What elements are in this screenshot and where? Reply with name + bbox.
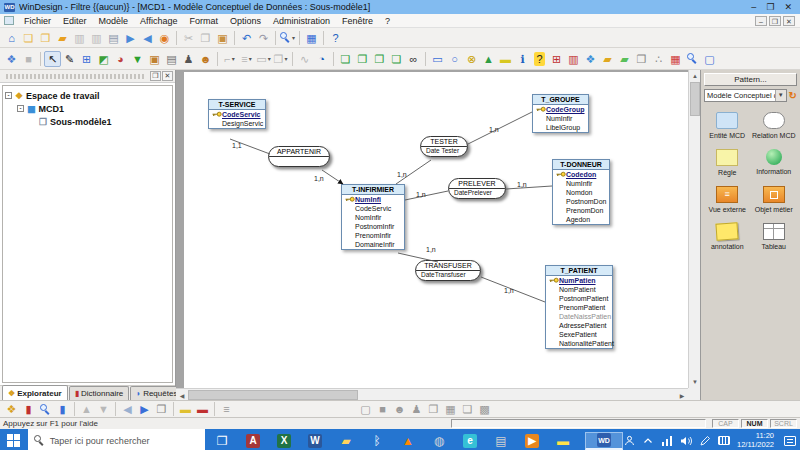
vertical-scroll-thumb[interactable] bbox=[690, 82, 700, 116]
pen-icon[interactable] bbox=[699, 435, 711, 447]
refresh-palette-icon[interactable]: ↻ bbox=[789, 90, 797, 101]
menu-item-fichier[interactable]: Fichier bbox=[18, 15, 57, 27]
reroute-icon[interactable]: ∿ bbox=[296, 51, 313, 67]
grid-icon[interactable]: ▦ bbox=[303, 30, 320, 46]
rubik-icon[interactable]: ▦ bbox=[667, 51, 684, 67]
menu-item-editer[interactable]: Editer bbox=[57, 15, 93, 27]
submodel-copy-icon[interactable]: ❐ bbox=[371, 51, 388, 67]
dictionary-pane-icon[interactable]: ▮ bbox=[20, 401, 37, 417]
label-tool-icon[interactable]: ▬ bbox=[497, 51, 514, 67]
signal-icon[interactable] bbox=[661, 435, 673, 447]
menu-item-administration[interactable]: Administration bbox=[267, 15, 336, 27]
warning-tool-icon[interactable]: ▲ bbox=[480, 51, 497, 67]
zoom-icon[interactable]: ▾ bbox=[279, 30, 296, 46]
show-label-icon[interactable]: ▬ bbox=[177, 401, 194, 417]
save-icon[interactable]: ▥ bbox=[71, 30, 88, 46]
constraint-tool-icon[interactable]: ⊗ bbox=[463, 51, 480, 67]
folder-green-icon[interactable]: ▰ bbox=[616, 51, 633, 67]
submodel-flag-icon[interactable]: ❏ bbox=[388, 51, 405, 67]
palette-icon[interactable]: ◕ bbox=[112, 51, 129, 67]
pawn-icon[interactable]: ♟ bbox=[408, 401, 425, 417]
goto-diagram-icon[interactable]: ❐ bbox=[153, 401, 170, 417]
volume-icon[interactable] bbox=[680, 435, 692, 447]
scroll-left-arrow[interactable]: ◀ bbox=[176, 389, 188, 400]
tab-dictionnaire[interactable]: ▮Dictionnaire bbox=[69, 386, 130, 400]
menu-item-fentre[interactable]: Fenêtre bbox=[336, 15, 379, 27]
context-help-icon[interactable]: ? bbox=[327, 30, 344, 46]
shapes-icon[interactable]: ◩ bbox=[95, 51, 112, 67]
info-tool-icon[interactable]: ℹ bbox=[514, 51, 531, 67]
entity-tool-icon[interactable]: ▭ bbox=[429, 51, 446, 67]
task-view-icon[interactable]: ❐ bbox=[213, 432, 231, 450]
publish-web-icon[interactable]: ◉ bbox=[156, 30, 173, 46]
submodel-add-icon[interactable]: ❐ bbox=[354, 51, 371, 67]
model-type-select[interactable]: Modèle Conceptuel de Do ▼ bbox=[704, 89, 787, 102]
align-icon[interactable]: ⌐▾ bbox=[221, 51, 238, 67]
palette-item-entit--mcd[interactable]: Entité MCD bbox=[704, 112, 751, 139]
copy-style-icon[interactable]: ❐ bbox=[425, 401, 442, 417]
mdi-document-icon[interactable] bbox=[4, 16, 14, 25]
print-icon[interactable]: ▤ bbox=[105, 30, 122, 46]
vlc-icon[interactable]: ▲ bbox=[399, 432, 417, 450]
move-up-icon[interactable]: ▲ bbox=[78, 401, 95, 417]
mdi-minimize-button[interactable]: – bbox=[755, 16, 767, 26]
diagram-canvas[interactable]: T-SERVICECodeServicDesignServicT_GROUPEC… bbox=[176, 70, 700, 400]
tree-expand-toggle[interactable]: - bbox=[5, 92, 12, 99]
texture-icon[interactable]: ▩ bbox=[476, 401, 493, 417]
clipboard-icon[interactable]: ▣ bbox=[146, 51, 163, 67]
select-cursor-icon[interactable]: ↖ bbox=[44, 51, 61, 67]
undo-icon[interactable]: ↶ bbox=[238, 30, 255, 46]
palette-item-objet-m-tier[interactable]: Objet métier bbox=[751, 186, 798, 213]
close-button[interactable]: ✕ bbox=[784, 2, 792, 12]
menu-item-modle[interactable]: Modèle bbox=[93, 15, 135, 27]
tree-expand-toggle[interactable]: - bbox=[17, 105, 24, 112]
export-icon[interactable]: ▶ bbox=[122, 30, 139, 46]
printer-icon[interactable]: ▤ bbox=[492, 432, 510, 450]
menu-item-format[interactable]: Format bbox=[183, 15, 224, 27]
mdi-restore-button[interactable]: ❐ bbox=[769, 16, 781, 26]
group-icon[interactable]: ∴ bbox=[650, 51, 667, 67]
sticky-notes-icon[interactable]: ▬ bbox=[554, 432, 572, 450]
touch-keyboard-icon[interactable] bbox=[718, 435, 730, 447]
paste-icon[interactable]: ▣ bbox=[214, 30, 231, 46]
copy-icon[interactable]: ❐ bbox=[197, 30, 214, 46]
panel-restore-button[interactable]: ❐ bbox=[150, 71, 161, 81]
explorer-pane-icon[interactable]: ❖ bbox=[3, 401, 20, 417]
windesign-icon[interactable]: WD bbox=[585, 432, 623, 450]
palette-item-relation-mcd[interactable]: Relation MCD bbox=[751, 112, 798, 139]
taskbar-search[interactable]: Taper ici pour rechercher bbox=[28, 429, 205, 450]
save-all-icon[interactable]: ▥ bbox=[88, 30, 105, 46]
relation-tester[interactable]: TESTERDate Tester bbox=[420, 136, 468, 157]
open-files-icon[interactable]: ❐ bbox=[37, 30, 54, 46]
scroll-down-arrow[interactable]: ▼ bbox=[689, 376, 700, 388]
actor-icon[interactable]: ☻ bbox=[391, 401, 408, 417]
tab-explorateur[interactable]: ❖Explorateur bbox=[2, 385, 68, 400]
vertical-scrollbar[interactable]: ▲ ▼ bbox=[688, 70, 700, 388]
menu-item-?[interactable]: ? bbox=[379, 15, 396, 27]
relation-prelever[interactable]: PRELEVERDatePrelever bbox=[448, 178, 506, 199]
zoom-lens-icon[interactable] bbox=[684, 51, 701, 67]
form-icon[interactable]: ▤ bbox=[163, 51, 180, 67]
entity-t-donneur[interactable]: T-DONNEURCodedonNumInfirNomdonPostnomDon… bbox=[552, 159, 610, 225]
relation-transfuser[interactable]: TRANSFUSERDateTransfuser bbox=[415, 260, 481, 281]
hide-label-icon[interactable]: ▬ bbox=[194, 401, 211, 417]
search-pane-icon[interactable] bbox=[37, 401, 54, 417]
notification-center-icon[interactable] bbox=[784, 436, 796, 446]
scroll-right-arrow[interactable]: ▶ bbox=[676, 389, 688, 400]
minimize-button[interactable]: – bbox=[751, 2, 756, 12]
entity-t_groupe[interactable]: T_GROUPECodeGroupNumInfirLibelGroup bbox=[532, 94, 589, 133]
nav-forward-icon[interactable]: ▶ bbox=[136, 401, 153, 417]
scroll-up-arrow[interactable]: ▲ bbox=[689, 70, 700, 82]
horizontal-scrollbar[interactable]: ◀ ▶ bbox=[176, 388, 688, 400]
graduate-icon[interactable]: ♟ bbox=[180, 51, 197, 67]
resize-icon[interactable]: ▭▾ bbox=[255, 51, 272, 67]
nav-back-icon[interactable]: ◀ bbox=[119, 401, 136, 417]
move-down-icon[interactable]: ▼ bbox=[95, 401, 112, 417]
chevron-up-icon[interactable] bbox=[642, 435, 654, 447]
media-player-icon[interactable]: ▶ bbox=[523, 432, 541, 450]
horizontal-scroll-thumb[interactable] bbox=[188, 390, 358, 400]
start-button[interactable] bbox=[0, 429, 28, 450]
model-blank-icon[interactable]: ■ bbox=[20, 51, 37, 67]
palette-item-r-gle[interactable]: Règle bbox=[704, 149, 751, 176]
bluetooth-icon[interactable]: ᛒ bbox=[368, 432, 386, 450]
